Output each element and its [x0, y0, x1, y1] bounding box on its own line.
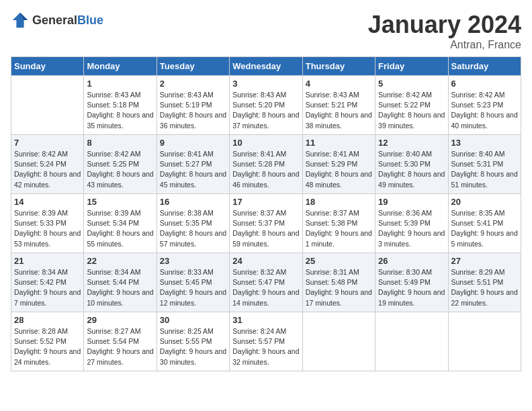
sunrise-text: Sunrise: 8:39 AM: [87, 209, 140, 217]
day-info: Sunrise: 8:43 AM Sunset: 5:19 PM Dayligh…: [160, 90, 226, 131]
logo-icon: [11, 11, 30, 30]
sunset-text: Sunset: 5:21 PM: [306, 101, 358, 109]
sunrise-text: Sunrise: 8:40 AM: [451, 150, 505, 158]
calendar-cell: [448, 312, 521, 371]
day-info: Sunrise: 8:40 AM Sunset: 5:30 PM Dayligh…: [378, 149, 445, 190]
col-sunday: Sunday: [11, 57, 84, 76]
sunset-text: Sunset: 5:28 PM: [232, 160, 285, 168]
calendar-cell: 29 Sunrise: 8:27 AM Sunset: 5:54 PM Dayl…: [84, 312, 157, 371]
day-info: Sunrise: 8:39 AM Sunset: 5:34 PM Dayligh…: [87, 208, 153, 249]
day-number: 27: [451, 256, 518, 266]
calendar-cell: 13 Sunrise: 8:40 AM Sunset: 5:31 PM Dayl…: [448, 135, 521, 194]
sunset-text: Sunset: 5:33 PM: [14, 219, 66, 227]
day-info: Sunrise: 8:34 AM Sunset: 5:42 PM Dayligh…: [14, 267, 81, 308]
day-info: Sunrise: 8:42 AM Sunset: 5:25 PM Dayligh…: [87, 149, 153, 190]
calendar-cell: 10 Sunrise: 8:41 AM Sunset: 5:28 PM Dayl…: [230, 135, 302, 194]
day-info: Sunrise: 8:43 AM Sunset: 5:18 PM Dayligh…: [87, 90, 153, 131]
col-friday: Friday: [375, 57, 448, 76]
calendar-cell: 16 Sunrise: 8:38 AM Sunset: 5:35 PM Dayl…: [157, 194, 229, 253]
sunset-text: Sunset: 5:42 PM: [14, 278, 66, 286]
daylight-text: Daylight: 9 hours and 32 minutes.: [232, 347, 299, 365]
sunrise-text: Sunrise: 8:41 AM: [232, 150, 286, 158]
daylight-text: Daylight: 8 hours and 59 minutes.: [232, 229, 299, 247]
day-number: 14: [14, 197, 81, 207]
day-info: Sunrise: 8:42 AM Sunset: 5:24 PM Dayligh…: [14, 149, 81, 190]
daylight-text: Daylight: 9 hours and 30 minutes.: [160, 347, 226, 365]
sunset-text: Sunset: 5:47 PM: [232, 278, 285, 286]
day-number: 2: [160, 79, 226, 89]
daylight-text: Daylight: 8 hours and 42 minutes.: [14, 170, 81, 188]
week-row-4: 21 Sunrise: 8:34 AM Sunset: 5:42 PM Dayl…: [11, 253, 521, 312]
day-info: Sunrise: 8:41 AM Sunset: 5:29 PM Dayligh…: [306, 149, 372, 190]
calendar-cell: 14 Sunrise: 8:39 AM Sunset: 5:33 PM Dayl…: [11, 194, 84, 253]
sunset-text: Sunset: 5:24 PM: [14, 160, 66, 168]
day-info: Sunrise: 8:37 AM Sunset: 5:38 PM Dayligh…: [306, 208, 372, 249]
logo-general: General: [32, 13, 77, 27]
logo-text: GeneralBlue: [32, 13, 103, 28]
calendar-title: January 2024: [368, 11, 521, 39]
week-row-2: 7 Sunrise: 8:42 AM Sunset: 5:24 PM Dayli…: [11, 135, 521, 194]
day-info: Sunrise: 8:35 AM Sunset: 5:41 PM Dayligh…: [451, 208, 518, 249]
calendar-cell: 15 Sunrise: 8:39 AM Sunset: 5:34 PM Dayl…: [84, 194, 157, 253]
daylight-text: Daylight: 8 hours and 49 minutes.: [378, 170, 445, 188]
sunset-text: Sunset: 5:41 PM: [451, 219, 504, 227]
calendar-cell: 26 Sunrise: 8:30 AM Sunset: 5:49 PM Dayl…: [375, 253, 448, 312]
sunrise-text: Sunrise: 8:34 AM: [87, 268, 140, 276]
sunrise-text: Sunrise: 8:31 AM: [306, 268, 359, 276]
calendar-cell: 27 Sunrise: 8:29 AM Sunset: 5:51 PM Dayl…: [448, 253, 521, 312]
sunrise-text: Sunrise: 8:33 AM: [160, 268, 214, 276]
calendar-cell: 18 Sunrise: 8:37 AM Sunset: 5:38 PM Dayl…: [302, 194, 375, 253]
calendar-cell: 20 Sunrise: 8:35 AM Sunset: 5:41 PM Dayl…: [448, 194, 521, 253]
daylight-text: Daylight: 8 hours and 35 minutes.: [87, 111, 153, 129]
day-info: Sunrise: 8:32 AM Sunset: 5:47 PM Dayligh…: [232, 267, 299, 308]
sunrise-text: Sunrise: 8:34 AM: [14, 268, 68, 276]
calendar-cell: 12 Sunrise: 8:40 AM Sunset: 5:30 PM Dayl…: [375, 135, 448, 194]
sunrise-text: Sunrise: 8:32 AM: [232, 268, 286, 276]
calendar-cell: 6 Sunrise: 8:42 AM Sunset: 5:23 PM Dayli…: [448, 76, 521, 135]
sunrise-text: Sunrise: 8:41 AM: [306, 150, 359, 158]
day-number: 24: [232, 256, 299, 266]
day-number: 11: [306, 138, 372, 148]
calendar-cell: 17 Sunrise: 8:37 AM Sunset: 5:37 PM Dayl…: [230, 194, 302, 253]
daylight-text: Daylight: 9 hours and 24 minutes.: [14, 347, 81, 365]
daylight-text: Daylight: 9 hours and 17 minutes.: [306, 288, 372, 306]
day-number: 26: [378, 256, 445, 266]
day-info: Sunrise: 8:39 AM Sunset: 5:33 PM Dayligh…: [14, 208, 81, 249]
daylight-text: Daylight: 9 hours and 14 minutes.: [232, 288, 299, 306]
sunset-text: Sunset: 5:48 PM: [306, 278, 358, 286]
daylight-text: Daylight: 9 hours and 10 minutes.: [87, 288, 153, 306]
sunrise-text: Sunrise: 8:43 AM: [160, 91, 214, 99]
day-number: 5: [378, 79, 445, 89]
calendar-cell: 25 Sunrise: 8:31 AM Sunset: 5:48 PM Dayl…: [302, 253, 375, 312]
col-tuesday: Tuesday: [157, 57, 229, 76]
calendar-cell: 3 Sunrise: 8:43 AM Sunset: 5:20 PM Dayli…: [230, 76, 302, 135]
calendar-cell: 28 Sunrise: 8:28 AM Sunset: 5:52 PM Dayl…: [11, 312, 84, 371]
calendar-cell: 4 Sunrise: 8:43 AM Sunset: 5:21 PM Dayli…: [302, 76, 375, 135]
day-number: 6: [451, 79, 518, 89]
day-number: 3: [232, 79, 299, 89]
col-saturday: Saturday: [448, 57, 521, 76]
sunset-text: Sunset: 5:49 PM: [378, 278, 431, 286]
week-row-5: 28 Sunrise: 8:28 AM Sunset: 5:52 PM Dayl…: [11, 312, 521, 371]
sunset-text: Sunset: 5:45 PM: [160, 278, 212, 286]
calendar-cell: 31 Sunrise: 8:24 AM Sunset: 5:57 PM Dayl…: [230, 312, 302, 371]
daylight-text: Daylight: 9 hours and 3 minutes.: [378, 229, 445, 247]
sunset-text: Sunset: 5:39 PM: [378, 219, 431, 227]
day-number: 28: [14, 315, 81, 325]
calendar-cell: 2 Sunrise: 8:43 AM Sunset: 5:19 PM Dayli…: [157, 76, 229, 135]
sunset-text: Sunset: 5:38 PM: [306, 219, 358, 227]
day-number: 20: [451, 197, 518, 207]
calendar-cell: 9 Sunrise: 8:41 AM Sunset: 5:27 PM Dayli…: [157, 135, 229, 194]
week-row-3: 14 Sunrise: 8:39 AM Sunset: 5:33 PM Dayl…: [11, 194, 521, 253]
daylight-text: Daylight: 8 hours and 51 minutes.: [451, 170, 518, 188]
day-info: Sunrise: 8:42 AM Sunset: 5:22 PM Dayligh…: [378, 90, 445, 131]
day-info: Sunrise: 8:27 AM Sunset: 5:54 PM Dayligh…: [87, 326, 153, 367]
sunrise-text: Sunrise: 8:30 AM: [378, 268, 432, 276]
sunrise-text: Sunrise: 8:39 AM: [14, 209, 68, 217]
sunrise-text: Sunrise: 8:43 AM: [232, 91, 286, 99]
calendar-cell: 8 Sunrise: 8:42 AM Sunset: 5:25 PM Dayli…: [84, 135, 157, 194]
sunset-text: Sunset: 5:37 PM: [232, 219, 285, 227]
sunset-text: Sunset: 5:44 PM: [87, 278, 139, 286]
day-number: 4: [306, 79, 372, 89]
daylight-text: Daylight: 9 hours and 22 minutes.: [451, 288, 518, 306]
